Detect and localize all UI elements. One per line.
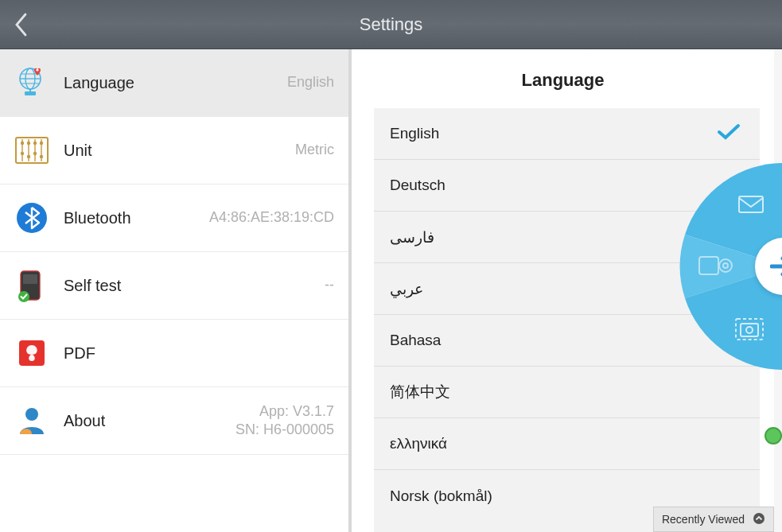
sidebar-item-label: Unit: [64, 142, 295, 160]
device-check-icon: [11, 265, 53, 306]
page-title: Settings: [360, 14, 423, 35]
main-title: Language: [352, 49, 774, 108]
arrow-right-icon: [770, 255, 782, 278]
check-icon: [717, 123, 741, 144]
sidebar-item-value: App: V3.1.7 SN: H6-000005: [235, 402, 334, 440]
chevron-left-icon: [14, 13, 28, 37]
sidebar-item-bluetooth[interactable]: Bluetooth A4:86:AE:38:19:CD: [0, 184, 348, 252]
back-button[interactable]: [0, 0, 41, 49]
person-icon: [11, 400, 53, 441]
header: Settings: [0, 0, 782, 49]
sidebar-item-label: About: [64, 412, 235, 430]
recently-viewed-button[interactable]: Recently Viewed: [653, 507, 774, 532]
sidebar-item-label: Self test: [64, 277, 325, 295]
language-label: ελληνικά: [390, 435, 741, 452]
sidebar-item-value: Metric: [295, 141, 334, 159]
sidebar-item-label: Bluetooth: [64, 209, 209, 227]
svg-point-15: [33, 142, 37, 145]
settings-sidebar: Language English Unit Metric: [0, 49, 348, 532]
language-label: Norsk (bokmål): [390, 487, 741, 505]
language-item-greek[interactable]: ελληνικά: [374, 418, 760, 470]
abacus-icon: [11, 130, 53, 171]
pdf-icon: [11, 332, 53, 374]
svg-point-20: [40, 155, 43, 158]
recently-viewed-label: Recently Viewed: [662, 513, 745, 526]
sidebar-item-language[interactable]: Language English: [0, 49, 348, 117]
language-label: 简体中文: [390, 382, 741, 402]
svg-point-27: [25, 408, 38, 421]
svg-rect-5: [25, 91, 36, 95]
sidebar-item-value: --: [325, 276, 334, 294]
sidebar-item-about[interactable]: About App: V3.1.7 SN: H6-000005: [0, 387, 348, 455]
bluetooth-icon: [11, 197, 53, 239]
language-item-english[interactable]: English: [374, 108, 760, 160]
status-indicator[interactable]: [764, 427, 782, 445]
svg-point-7: [36, 68, 38, 71]
sidebar-item-label: PDF: [64, 344, 334, 363]
svg-rect-23: [23, 274, 37, 284]
sidebar-item-pdf[interactable]: PDF: [0, 320, 348, 387]
sidebar-item-unit[interactable]: Unit Metric: [0, 117, 348, 184]
svg-point-14: [27, 142, 30, 145]
svg-rect-8: [16, 138, 48, 163]
sidebar-item-value: English: [287, 73, 334, 91]
globe-icon: [11, 62, 53, 103]
sidebar-item-label: Language: [64, 74, 287, 92]
svg-point-16: [40, 142, 43, 145]
svg-point-13: [21, 142, 24, 145]
radial-menu: [650, 163, 782, 370]
language-item-chinese[interactable]: 简体中文: [374, 367, 760, 418]
svg-point-18: [27, 155, 30, 158]
chevron-up-icon: [753, 512, 765, 527]
sidebar-item-value: A4:86:AE:38:19:CD: [209, 208, 334, 227]
svg-point-17: [21, 152, 24, 155]
svg-point-35: [753, 513, 764, 524]
svg-point-19: [33, 152, 37, 155]
sidebar-item-selftest[interactable]: Self test --: [0, 252, 348, 320]
language-label: English: [390, 125, 717, 142]
